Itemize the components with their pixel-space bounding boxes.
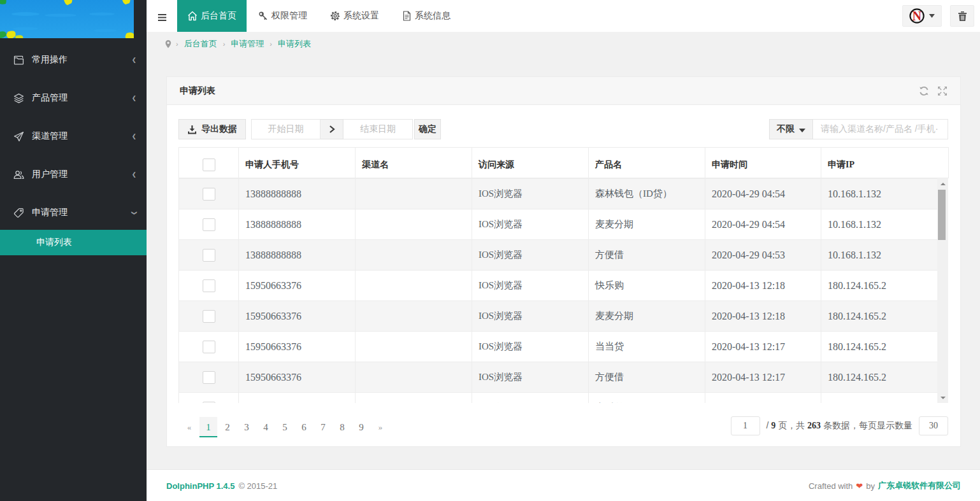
svg-text:N: N	[912, 9, 922, 23]
